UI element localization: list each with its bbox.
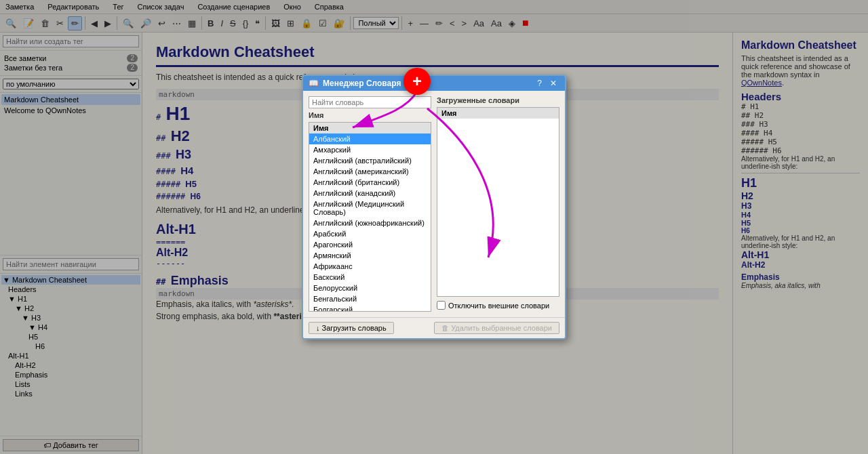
modal-right-panel: Загруженные словари Имя Отключить внешни… — [437, 96, 559, 312]
loaded-col-header: Имя — [437, 108, 559, 119]
dict-item-6[interactable]: Английский (канадский) — [309, 188, 431, 199]
dict-item-1[interactable]: Албанский — [309, 133, 431, 144]
modal-icon: 📖 — [309, 79, 319, 88]
modal-overlay[interactable]: 📖 Менеджер Словаря ? ✕ Имя Имя Албанский… — [0, 0, 868, 454]
dict-item-14[interactable]: Белорусский — [309, 283, 431, 293]
modal-title: 📖 Менеджер Словаря — [309, 79, 401, 88]
disable-external-label: Отключить внешние словари — [448, 302, 549, 310]
modal-footer: ↓ Загрузить словарь 🗑 Удалить выбранные … — [303, 317, 565, 338]
dict-item-13[interactable]: Баскский — [309, 272, 431, 283]
modal-close-btn[interactable]: ✕ — [547, 79, 559, 88]
modal-left-panel: Имя Имя Албанский Амхарский Английский (… — [309, 96, 431, 312]
dict-item-16[interactable]: Болгарский — [309, 304, 431, 312]
dict-item-header: Имя — [309, 123, 431, 133]
add-annotation-btn[interactable]: + — [403, 68, 431, 95]
load-dict-btn[interactable]: ↓ Загрузить словарь — [309, 322, 394, 334]
dict-item-9[interactable]: Арабский — [309, 228, 431, 239]
dict-item-11[interactable]: Армянский — [309, 250, 431, 261]
dict-item-2[interactable]: Амхарский — [309, 144, 431, 155]
delete-dict-icon: 🗑 — [441, 324, 451, 332]
modal-title-text: Менеджер Словаря — [323, 79, 401, 88]
dict-item-4[interactable]: Английский (американский) — [309, 166, 431, 177]
load-dict-icon: ↓ — [316, 324, 322, 332]
modal-header: 📖 Менеджер Словаря ? ✕ — [303, 76, 565, 91]
dict-item-12[interactable]: Африкаанс — [309, 261, 431, 272]
delete-dict-btn[interactable]: 🗑 Удалить выбранные словари — [434, 322, 559, 334]
modal-help-btn[interactable]: ? — [534, 79, 545, 88]
dict-item-7[interactable]: Английский (Медицинский Словарь) — [309, 199, 431, 218]
dictionary-list[interactable]: Имя Албанский Амхарский Английский (авст… — [309, 122, 431, 312]
dict-item-15[interactable]: Бенгальский — [309, 293, 431, 304]
modal-body: Имя Имя Албанский Амхарский Английский (… — [303, 91, 565, 317]
dict-item-8[interactable]: Английский (южноафриканский) — [309, 218, 431, 228]
dict-search-input[interactable] — [309, 96, 431, 108]
available-label: Имя — [309, 111, 431, 119]
dict-item-5[interactable]: Английский (британский) — [309, 177, 431, 188]
dict-item-3[interactable]: Английский (австралийский) — [309, 155, 431, 166]
dictionary-manager-modal: 📖 Менеджер Словаря ? ✕ Имя Имя Албанский… — [302, 75, 566, 339]
disable-external-row: Отключить внешние словари — [437, 301, 559, 310]
dict-item-10[interactable]: Арагонский — [309, 239, 431, 250]
loaded-dict-list: Имя — [437, 107, 559, 297]
disable-external-checkbox[interactable] — [437, 301, 446, 310]
loaded-label: Загруженные словари — [437, 96, 559, 104]
modal-header-actions: ? ✕ — [534, 79, 559, 88]
